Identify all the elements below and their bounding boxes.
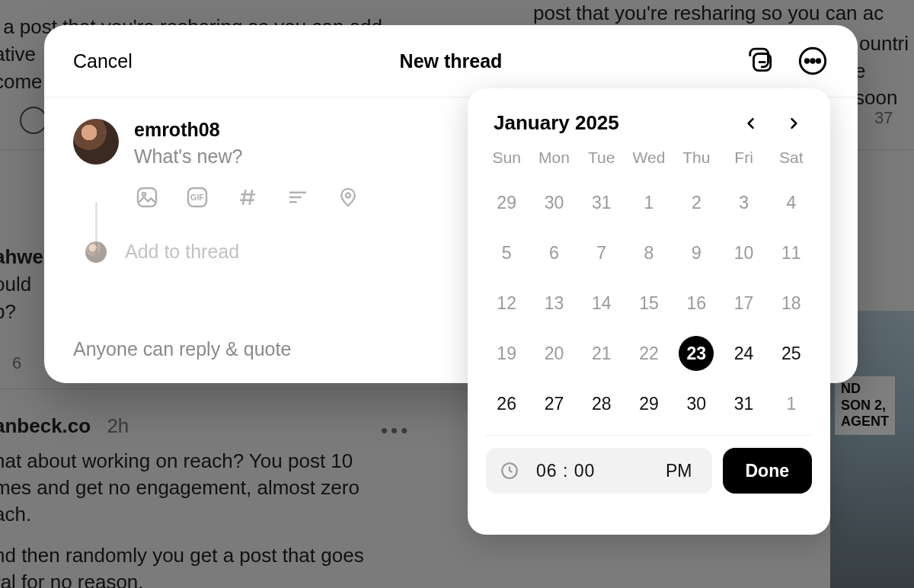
calendar-day[interactable]: 28: [584, 386, 619, 421]
calendar-day[interactable]: 24: [727, 336, 762, 371]
calendar-day[interactable]: 31: [584, 185, 619, 220]
calendar-day[interactable]: 1: [774, 386, 809, 421]
calendar-day[interactable]: 6: [536, 235, 571, 270]
calendar-day[interactable]: 12: [489, 286, 524, 321]
calendar-day[interactable]: 2: [679, 185, 714, 220]
calendar-dow: Fri: [720, 149, 767, 170]
svg-line-12: [243, 190, 246, 205]
svg-line-13: [250, 190, 253, 205]
gif-icon[interactable]: GIF: [184, 184, 210, 210]
hashtag-icon[interactable]: [235, 184, 260, 210]
calendar-day[interactable]: 3: [727, 185, 762, 220]
calendar-day[interactable]: 13: [536, 286, 571, 321]
reply-setting-button[interactable]: Anyone can reply & quote: [73, 338, 291, 360]
calendar-dow: Wed: [625, 149, 673, 170]
calendar-day[interactable]: 22: [631, 336, 666, 371]
calendar-day[interactable]: 17: [727, 286, 762, 321]
calendar-day[interactable]: 18: [774, 286, 809, 321]
calendar-day[interactable]: 29: [489, 185, 524, 220]
calendar-day[interactable]: 19: [489, 336, 524, 371]
calendar-day[interactable]: 4: [774, 185, 809, 220]
more-options-icon[interactable]: [797, 45, 829, 77]
calendar-day[interactable]: 30: [679, 386, 714, 421]
svg-point-5: [817, 59, 820, 62]
svg-point-17: [346, 193, 350, 197]
svg-text:GIF: GIF: [190, 193, 204, 202]
clock-icon: [500, 461, 519, 481]
calendar-grid: SunMonTueWedThuFriSat2930311234567891011…: [483, 149, 815, 421]
calendar-dow: Mon: [530, 149, 577, 170]
svg-point-3: [805, 59, 808, 62]
dialog-header: Cancel New thread: [44, 25, 858, 97]
avatar-small: [85, 241, 107, 263]
svg-rect-6: [138, 188, 156, 206]
calendar-day[interactable]: 8: [631, 235, 666, 270]
calendar-day[interactable]: 11: [774, 235, 809, 270]
calendar-day[interactable]: 30: [536, 185, 571, 220]
calendar-dow: Sat: [768, 149, 815, 170]
calendar-day[interactable]: 10: [727, 235, 762, 270]
calendar-day[interactable]: 29: [631, 386, 666, 421]
calendar-day[interactable]: 27: [536, 386, 571, 421]
ampm-value: PM: [666, 461, 692, 481]
time-picker[interactable]: 06 : 00 PM: [486, 448, 712, 494]
calendar-day[interactable]: 5: [489, 235, 524, 270]
calendar-day[interactable]: 9: [679, 235, 714, 270]
svg-point-4: [811, 59, 814, 62]
compose-input[interactable]: What's new?: [134, 145, 242, 168]
calendar-day[interactable]: 25: [774, 336, 809, 371]
username: emroth08: [134, 119, 242, 141]
poll-icon[interactable]: [285, 184, 311, 210]
dialog-title: New thread: [400, 50, 503, 72]
calendar-month-label: January 2025: [494, 111, 619, 135]
calendar-day[interactable]: 31: [727, 386, 762, 421]
date-picker-popover: January 2025 SunMonTueWedThuFriSat293031…: [468, 88, 830, 535]
calendar-dow: Tue: [578, 149, 625, 170]
location-icon[interactable]: [335, 184, 361, 210]
calendar-day[interactable]: 7: [584, 235, 619, 270]
image-icon[interactable]: [134, 184, 160, 210]
drafts-icon[interactable]: [745, 45, 777, 77]
done-button[interactable]: Done: [723, 448, 813, 494]
add-to-thread-label: Add to thread: [125, 241, 239, 263]
calendar-day[interactable]: 16: [679, 286, 714, 321]
calendar-dow: Thu: [673, 149, 720, 170]
calendar-day[interactable]: 1: [631, 185, 666, 220]
calendar-dow: Sun: [483, 149, 530, 170]
cancel-button[interactable]: Cancel: [73, 50, 133, 72]
calendar-day[interactable]: 23: [679, 336, 714, 371]
time-value: 06 : 00: [536, 461, 595, 481]
calendar-day[interactable]: 21: [584, 336, 619, 371]
calendar-day[interactable]: 20: [536, 336, 571, 371]
next-month-button[interactable]: [783, 113, 804, 134]
avatar: [73, 119, 119, 165]
calendar-day[interactable]: 26: [489, 386, 524, 421]
prev-month-button[interactable]: [740, 113, 762, 134]
svg-point-7: [142, 193, 145, 196]
divider: [486, 435, 812, 436]
calendar-day[interactable]: 15: [631, 286, 666, 321]
calendar-day[interactable]: 14: [584, 286, 619, 321]
